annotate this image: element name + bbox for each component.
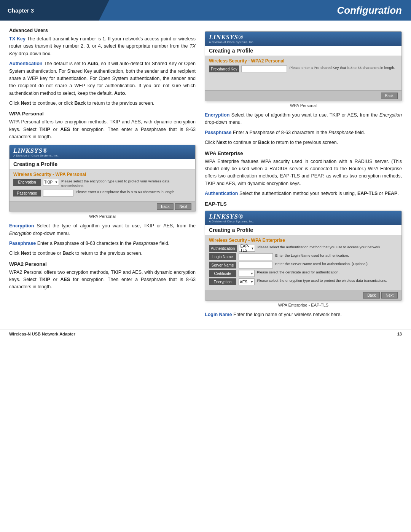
passphrase-label: Passphrase bbox=[13, 190, 41, 197]
certificate-label: Certificate bbox=[209, 270, 236, 277]
passphrase-hint: Please enter a Passphrase that is 8 to 6… bbox=[76, 190, 191, 194]
dialog-creating-label: Creating a Profile bbox=[10, 159, 195, 169]
authentication-term: Authentication bbox=[9, 61, 43, 66]
chapter-label: Chapter 3 bbox=[0, 0, 99, 21]
linksys-logo-3: LINKSYS® A Division of Cisco Systems, In… bbox=[209, 213, 398, 223]
login-name-hint: Enter the Login Name used for authentica… bbox=[275, 253, 398, 258]
login-name-label: Login Name bbox=[209, 253, 236, 260]
wpa-personal-heading: WPA Personal bbox=[9, 111, 196, 117]
enc-hint: Please select the encryption type used t… bbox=[257, 278, 398, 283]
passphrase2-term: Passphrase bbox=[205, 130, 231, 135]
linksys-logo-text-3: LINKSYS® bbox=[209, 213, 398, 220]
tx-key-term: TX Key bbox=[9, 36, 25, 42]
enc-row: Encryption AES ▼ Please select the encry… bbox=[209, 278, 398, 285]
footer-right: 13 bbox=[397, 332, 402, 336]
wpa2-personal-text: WPA2 Personal offers two encryption meth… bbox=[9, 269, 196, 291]
authentication2-term: Authentication bbox=[205, 191, 238, 196]
preshared-input[interactable] bbox=[241, 66, 287, 72]
dialog3-title-bar: LINKSYS® A Division of Cisco Systems, In… bbox=[205, 211, 401, 225]
auth-select[interactable]: EAP-TLS ▼ bbox=[239, 245, 255, 252]
click-next-3: Click Next to continue or Back to return… bbox=[205, 139, 402, 146]
dialog2-creating-label: Creating a Profile bbox=[205, 46, 401, 56]
passphrase-term: Passphrase bbox=[9, 241, 36, 246]
preshared-row: Pre-shared Key Please enter a Pre-shared… bbox=[209, 66, 398, 72]
chapter-text: Chapter 3 bbox=[8, 7, 34, 14]
server-name-row: Server Name Enter the Server Name used f… bbox=[209, 262, 398, 268]
title-text: Configuration bbox=[337, 5, 402, 16]
dialog3-caption: WPA Enterprise - EAP-TLS bbox=[205, 303, 402, 307]
dialog3-creating-label: Creating a Profile bbox=[205, 225, 401, 235]
linksys-logo-text: LINKSYS® bbox=[13, 147, 191, 155]
dialog-section-title: Wireless Security - WPA Personal bbox=[13, 172, 191, 177]
wpa-enterprise-heading: WPA Enterprise bbox=[205, 150, 402, 156]
back-button-2[interactable]: Back bbox=[381, 93, 398, 99]
wpa-enterprise-text: WPA Enterprise features WPA security use… bbox=[205, 158, 402, 188]
certificate-select[interactable]: ▼ bbox=[239, 270, 255, 277]
back-button-3[interactable]: Back bbox=[363, 292, 380, 299]
encryption-value: TKIP bbox=[44, 180, 53, 184]
certificate-hint: Please select the certificate used for a… bbox=[257, 270, 398, 275]
page-footer: Wireless-N USB Network Adapter 13 bbox=[0, 329, 411, 339]
encryption-desc: Encryption Select the type of algorithm … bbox=[9, 222, 196, 237]
dialog1-caption: WPA Personal bbox=[9, 214, 196, 219]
server-name-input[interactable] bbox=[239, 262, 273, 268]
login-name-term: Login Name bbox=[205, 312, 232, 317]
wpa2-personal-dialog: LINKSYS® A Division of Cisco Systems, In… bbox=[205, 31, 402, 101]
auth-hint: Please select the authentication method … bbox=[257, 245, 398, 249]
preshared-label: Pre-shared Key bbox=[209, 66, 239, 72]
page-header: Chapter 3 Configuration bbox=[0, 0, 411, 21]
wpa2-personal-heading: WPA2 Personal bbox=[9, 261, 196, 267]
click-next-1: Click Next to continue, or click Back to… bbox=[9, 100, 196, 107]
enc-select[interactable]: AES ▼ bbox=[239, 278, 255, 285]
encryption-hint: Please select the encryption type used t… bbox=[61, 179, 191, 189]
passphrase2-desc: Passphrase Enter a Passphrase of 8-63 ch… bbox=[205, 129, 402, 136]
linksys-logo-sub-3: A Division of Cisco Systems, Inc. bbox=[209, 220, 398, 223]
dialog2-title-bar: LINKSYS® A Division of Cisco Systems, In… bbox=[205, 32, 401, 46]
login-name-input[interactable] bbox=[239, 253, 273, 260]
left-column: Advanced Users TX Key The default transm… bbox=[9, 27, 196, 321]
click-next-2: Click Next to continue or Back to return… bbox=[9, 250, 196, 257]
page-title: Configuration bbox=[99, 0, 411, 21]
enc-value: AES bbox=[240, 280, 247, 284]
wpa-personal-text: WPA Personal offers two encryption metho… bbox=[9, 118, 196, 141]
dialog3-footer: Back Next bbox=[205, 290, 401, 300]
dialog2-section-title: Wireless Security - WPA2 Personal bbox=[209, 58, 398, 64]
linksys-logo: LINKSYS® A Division of Cisco Systems, In… bbox=[13, 147, 191, 157]
dropdown-arrow: ▼ bbox=[55, 181, 58, 184]
login-name-desc: Login Name Enter the login name of your … bbox=[205, 311, 402, 318]
tx-key-text: TX Key The default transmit key number i… bbox=[9, 35, 196, 58]
next-button[interactable]: Next bbox=[175, 203, 191, 210]
auth-value: EAP-TLS bbox=[240, 244, 251, 252]
passphrase-row: Passphrase Please enter a Passphrase tha… bbox=[13, 190, 191, 197]
linksys-logo-sub: A Division of Cisco Systems, Inc. bbox=[13, 154, 191, 157]
wpa-personal-dialog: LINKSYS® A Division of Cisco Systems, In… bbox=[9, 145, 196, 212]
enc-label: Encryption bbox=[209, 278, 236, 285]
dialog3-section-title: Wireless Security - WPA Enterprise bbox=[209, 238, 398, 243]
dialog2-caption: WPA Personal bbox=[205, 103, 402, 108]
encryption-select[interactable]: TKIP ▼ bbox=[43, 179, 59, 186]
authentication-text: Authentication The default is set to Aut… bbox=[9, 60, 196, 97]
enc-dropdown-arrow: ▼ bbox=[250, 280, 253, 284]
cert-dropdown-arrow: ▼ bbox=[250, 272, 253, 275]
footer-left: Wireless-N USB Network Adapter bbox=[9, 332, 75, 336]
passphrase-desc: Passphrase Enter a Passphrase of 8-63 ch… bbox=[9, 240, 196, 247]
dialog-body: Wireless Security - WPA Personal Encrypt… bbox=[10, 169, 195, 201]
certificate-row: Certificate ▼ Please select the certific… bbox=[209, 270, 398, 277]
back-button[interactable]: Back bbox=[157, 203, 174, 210]
linksys-logo-text-2: LINKSYS® bbox=[209, 34, 398, 41]
linksys-logo-2: LINKSYS® A Division of Cisco Systems, In… bbox=[209, 34, 398, 44]
dialog-title-bar: LINKSYS® A Division of Cisco Systems, In… bbox=[10, 145, 195, 159]
dialog2-footer: Back bbox=[205, 90, 401, 101]
advanced-users-heading: Advanced Users bbox=[9, 27, 196, 33]
encryption-term: Encryption bbox=[9, 223, 34, 228]
preshared-hint: Please enter a Pre-shared Key that is 8 … bbox=[289, 66, 398, 70]
encryption-label: Encryption bbox=[13, 179, 41, 186]
eap-tls-heading: EAP-TLS bbox=[205, 201, 402, 207]
next-button-3[interactable]: Next bbox=[381, 292, 398, 299]
page-content: Advanced Users TX Key The default transm… bbox=[0, 21, 411, 326]
dialog-footer: Back Next bbox=[10, 201, 195, 212]
passphrase-input[interactable] bbox=[43, 190, 73, 197]
encryption2-term: Encryption bbox=[205, 112, 229, 118]
encryption-row: Encryption TKIP ▼ Please select the encr… bbox=[13, 179, 191, 189]
auth-dropdown-arrow: ▼ bbox=[251, 247, 254, 250]
